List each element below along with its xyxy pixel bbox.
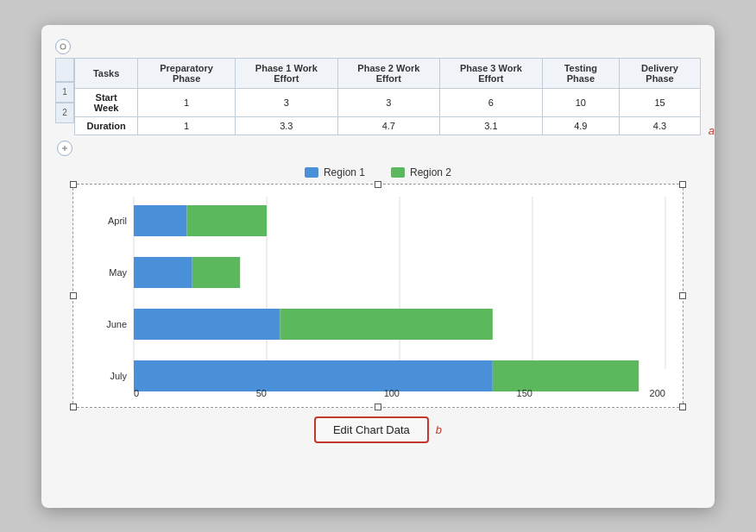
cell-duration-0[interactable]: 1 [138, 116, 236, 135]
bar-june-blue [134, 309, 280, 340]
x-label-200: 200 [650, 388, 665, 398]
col-header-preparatory: Preparatory Phase [138, 58, 236, 88]
data-table: Tasks Preparatory Phase Phase 1 Work Eff… [74, 58, 701, 135]
label-b: b [436, 423, 442, 436]
row-numbers: 1 2 [55, 58, 74, 135]
handle-tm[interactable] [375, 181, 381, 188]
handle-tl[interactable] [70, 181, 77, 188]
table-row: Duration 1 3.3 4.7 3.1 4.9 4.3 [75, 116, 701, 135]
cell-start-week-0[interactable]: 1 [138, 88, 236, 116]
cell-start-week-4[interactable]: 10 [542, 88, 619, 116]
edit-chart-button[interactable]: Edit Chart Data [314, 416, 429, 443]
legend-label-region2: Region 2 [410, 166, 451, 178]
col-header-tasks: Tasks [75, 58, 138, 88]
x-label-150: 150 [517, 388, 532, 398]
edit-button-area: Edit Chart Data b [55, 416, 701, 443]
legend-item-region1: Region 1 [305, 166, 365, 178]
bar-april-blue [134, 205, 187, 236]
bar-april-green [187, 205, 267, 236]
bar-july-green [493, 360, 639, 391]
row-num-2: 2 [55, 103, 74, 123]
cell-start-week-3[interactable]: 6 [440, 88, 543, 116]
bar-chart-svg: April May June July [134, 197, 665, 386]
bar-may-green [192, 257, 240, 288]
x-label-0: 0 [134, 388, 139, 398]
svg-point-0 [60, 44, 66, 49]
chart-legend: Region 1 Region 2 [55, 166, 701, 178]
cell-duration-1[interactable]: 3.3 [236, 116, 338, 135]
legend-color-region2 [391, 167, 405, 178]
bar-june-green [280, 309, 492, 340]
cell-duration-5[interactable]: 4.3 [620, 116, 701, 135]
handle-bm[interactable] [375, 404, 381, 410]
col-header-delivery: Delivery Phase [620, 58, 701, 88]
cell-duration-2[interactable]: 4.7 [337, 116, 440, 135]
cell-start-week-5[interactable]: 15 [620, 88, 701, 116]
col-header-phase2: Phase 2 Work Effort [337, 58, 440, 88]
handle-ml[interactable] [70, 292, 77, 299]
handle-tr[interactable] [679, 181, 686, 188]
top-left-circle-button[interactable] [55, 39, 71, 54]
row-num-1: 1 [55, 82, 74, 103]
spreadsheet-area: 1 2 Tasks Preparatory Phase Phase 1 Work… [55, 58, 701, 135]
chart-inner: April May June July 0 [134, 197, 665, 398]
bar-july-blue [134, 360, 493, 391]
col-header-testing: Testing Phase [542, 58, 619, 88]
bar-label-april: April [108, 216, 127, 226]
table-row: Start Week 1 3 3 6 10 15 [75, 88, 701, 116]
x-label-50: 50 [256, 388, 267, 398]
x-label-100: 100 [384, 388, 400, 398]
bar-may-blue [134, 257, 192, 288]
cell-duration-label[interactable]: Duration [75, 116, 138, 135]
main-window: 1 2 Tasks Preparatory Phase Phase 1 Work… [41, 25, 715, 508]
cell-start-week-2[interactable]: 3 [337, 88, 440, 116]
cell-start-week-1[interactable]: 3 [236, 88, 338, 116]
label-a: a [709, 124, 715, 137]
bottom-circle-button[interactable] [57, 141, 72, 156]
handle-mr[interactable] [679, 292, 686, 299]
cell-start-week-label[interactable]: Start Week [75, 88, 138, 116]
bar-label-june: June [106, 319, 127, 329]
handle-br[interactable] [679, 404, 686, 410]
cell-duration-4[interactable]: 4.9 [542, 116, 619, 135]
row-header-corner [55, 58, 74, 82]
bar-label-july: July [110, 371, 127, 381]
col-header-phase1: Phase 1 Work Effort [236, 58, 338, 88]
bar-label-may: May [109, 267, 127, 278]
legend-color-region1 [305, 167, 318, 178]
handle-bl[interactable] [70, 404, 77, 410]
legend-label-region1: Region 1 [324, 166, 365, 178]
col-header-phase3: Phase 3 Work Effort [440, 58, 543, 88]
chart-container: April May June July 0 [72, 184, 684, 408]
cell-duration-3[interactable]: 3.1 [440, 116, 543, 135]
legend-item-region2: Region 2 [391, 166, 451, 178]
